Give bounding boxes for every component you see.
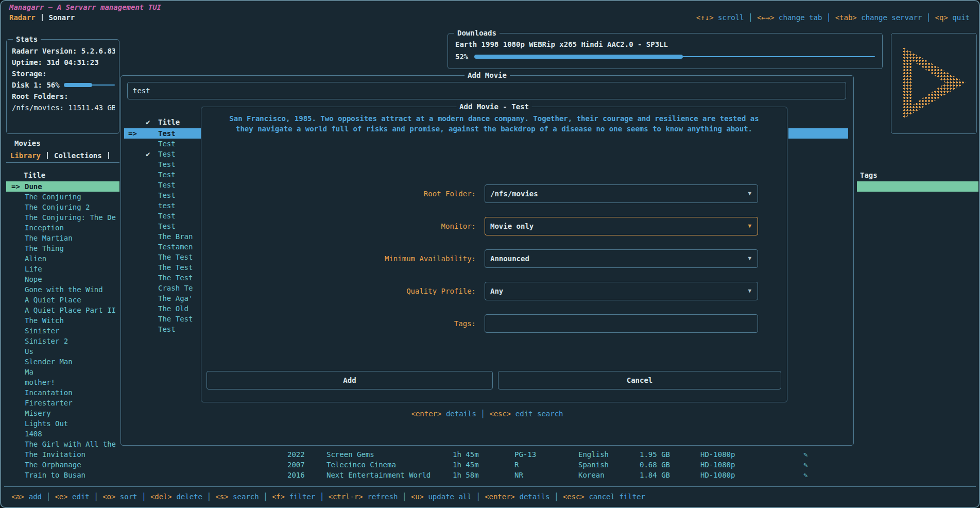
field-label: Minimum Availability: <box>201 253 476 264</box>
movie-title: Sinister 2 <box>25 336 68 346</box>
search-result-row[interactable]: Test <box>124 170 201 180</box>
movie-title: Lights Out <box>25 418 68 429</box>
movie-list-item[interactable]: Firestarter <box>6 398 119 408</box>
search-result-row[interactable]: The Aga' <box>124 293 201 303</box>
search-result-row[interactable]: Test <box>124 190 201 200</box>
edit-icon[interactable]: ✎ <box>803 449 807 460</box>
help-key: <esc> <box>563 493 584 501</box>
tab-radarr[interactable]: Radarr <box>9 12 36 23</box>
cancel-button[interactable]: Cancel <box>498 371 781 390</box>
movie-list-item[interactable]: The Conjuring 2 <box>6 202 119 212</box>
tab-collections[interactable]: Collections <box>54 150 102 161</box>
movie-list-item[interactable]: Ma <box>6 367 119 377</box>
search-result-row[interactable]: Test <box>124 180 201 190</box>
movie-list-item[interactable]: Us <box>6 346 119 357</box>
help-hint: <esc> cancel filter <box>563 493 645 501</box>
movie-list-item[interactable]: Inception <box>6 223 119 233</box>
help-hint: <o> sort <box>102 493 150 501</box>
movie-search-input[interactable] <box>128 82 846 99</box>
search-result-row[interactable]: The Old <box>124 303 201 314</box>
check-icon <box>146 211 158 221</box>
field-dropdown[interactable]: Any ▼ <box>485 282 758 300</box>
bottom-help-bar: <a> add <e> edit <o> sort <del> delete <… <box>11 492 645 502</box>
field-dropdown[interactable]: /nfs/movies ▼ <box>485 184 758 203</box>
movie-list-item[interactable]: =>Dune <box>6 181 119 192</box>
monitored-column-header: ✔ <box>146 117 158 127</box>
field-dropdown[interactable] <box>485 314 758 333</box>
field-dropdown[interactable]: Announced ▼ <box>485 249 758 268</box>
tab-library[interactable]: Library <box>10 150 41 161</box>
help-key: <enter> <box>411 410 441 418</box>
help-hint: <esc> edit search <box>489 410 563 418</box>
movie-list-item[interactable]: The Conjuring <box>6 192 119 202</box>
selection-arrow <box>128 262 146 273</box>
search-result-row[interactable]: test <box>124 200 201 211</box>
search-result-row[interactable]: Test <box>124 211 201 221</box>
downloads-panel: Downloads Earth 1998 1080p WEBRip x265 H… <box>448 33 883 69</box>
search-result-row[interactable]: The Test <box>124 314 201 324</box>
movie-list-item[interactable]: Incantation <box>6 387 119 398</box>
selection-arrow: => <box>11 181 25 192</box>
movie-list-item[interactable]: Sinister 2 <box>6 336 119 346</box>
movie-rating: NR <box>514 470 523 480</box>
search-result-row[interactable]: Crash Te <box>124 283 201 293</box>
movie-list-item[interactable]: Misery <box>6 408 119 418</box>
library-table-row[interactable]: 2022 Screen Gems 1h 45m PG-13 English 1.… <box>1 449 980 460</box>
help-label: edit <box>72 493 90 501</box>
movie-list-item[interactable]: 1408 <box>6 429 119 439</box>
search-result-row[interactable]: The Test <box>124 252 201 262</box>
movie-year: 2016 <box>287 470 305 480</box>
movie-studio: Telecinco Cinema <box>326 460 396 470</box>
movie-title: Life <box>25 264 42 274</box>
movie-list-item[interactable]: Gone with the Wind <box>6 284 119 295</box>
movie-list-item[interactable]: A Quiet Place <box>6 295 119 305</box>
movie-title: Alien <box>25 253 46 264</box>
search-result-row[interactable]: The Test <box>124 273 201 283</box>
add-button[interactable]: Add <box>207 371 493 390</box>
result-title: Test <box>158 324 176 334</box>
search-result-row[interactable]: ✔Test <box>124 149 201 159</box>
movie-list-item[interactable]: The Witch <box>6 315 119 326</box>
edit-icon[interactable]: ✎ <box>803 460 807 470</box>
movie-list-item[interactable]: The Girl with All the <box>6 439 119 449</box>
result-title: Test <box>158 221 176 231</box>
help-hint: <enter> details <box>485 493 563 501</box>
library-table-row[interactable]: 2007 Telecinco Cinema 1h 45m R Spanish 0… <box>1 460 980 470</box>
library-table-row[interactable]: 2016 Next Entertainment World 1h 58m NR … <box>1 470 980 480</box>
movie-list-item[interactable]: The Thing <box>6 243 119 253</box>
search-result-row[interactable]: Test <box>124 139 201 149</box>
search-result-row[interactable]: Test <box>124 324 201 334</box>
help-key: <q> <box>935 13 948 22</box>
root-folders-label: Root Folders: <box>12 91 115 101</box>
movie-list-item[interactable]: Alien <box>6 253 119 264</box>
movie-list-item[interactable]: The Conjuring: The De <box>6 212 119 223</box>
servarr-tabbar: Radarr Sonarr <box>9 12 75 23</box>
movie-list-item[interactable]: mother! <box>6 377 119 387</box>
movie-list-item[interactable]: Sinister <box>6 326 119 336</box>
search-result-row[interactable]: The Test <box>124 262 201 273</box>
tab-sonarr[interactable]: Sonarr <box>49 12 75 23</box>
selection-arrow <box>128 303 146 314</box>
search-result-row[interactable]: Test <box>124 221 201 231</box>
search-result-row[interactable]: Test <box>124 159 201 170</box>
selection-arrow <box>128 180 146 190</box>
search-result-row[interactable]: Testamen <box>124 242 201 252</box>
help-key: <enter> <box>485 493 515 501</box>
selection-arrow <box>11 192 25 202</box>
help-hint: <tab> change servarr <box>835 13 935 22</box>
selection-arrow <box>11 223 25 233</box>
movie-list-item[interactable]: A Quiet Place Part II <box>6 305 119 315</box>
edit-icon[interactable]: ✎ <box>803 470 807 480</box>
movie-list-item[interactable]: The Martian <box>6 233 119 243</box>
field-dropdown[interactable]: Movie only ▼ <box>485 217 758 235</box>
movie-list-item[interactable]: Nope <box>6 274 119 284</box>
result-title: Test <box>158 159 176 170</box>
search-result-row[interactable]: =>Test <box>124 128 201 139</box>
selection-arrow <box>128 231 146 242</box>
search-result-row[interactable]: The Bran <box>124 231 201 242</box>
movie-list-item[interactable]: Lights Out <box>6 418 119 429</box>
form-field-row: Minimum Availability: Announced ▼ <box>201 249 787 282</box>
help-hint: <ctrl-r> refresh <box>329 493 411 501</box>
movie-list-item[interactable]: Life <box>6 264 119 274</box>
movie-list-item[interactable]: Slender Man <box>6 357 119 367</box>
